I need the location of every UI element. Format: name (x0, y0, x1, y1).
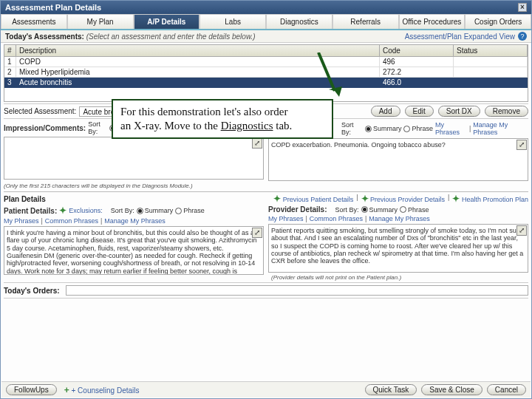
divider (4, 191, 528, 192)
todays-orders-row: Today's Orders: (4, 282, 528, 299)
col-num[interactable]: # (4, 45, 16, 56)
provider-sort-phrase[interactable]: Phrase (400, 206, 429, 214)
diffdx-sort-summary[interactable]: Summary (365, 125, 402, 132)
diffdx-manage-phrases-link[interactable]: Manage My Phrases (473, 121, 528, 136)
remove-button[interactable]: Remove (485, 106, 528, 117)
provider-my-phrases-link[interactable]: My Phrases (268, 215, 304, 222)
table-row[interactable]: 1 COPD 496 (4, 57, 528, 67)
todays-orders-field[interactable] (66, 285, 528, 296)
col-code[interactable]: Code (380, 45, 454, 56)
tab-office-procedures[interactable]: Office Procedures (399, 14, 466, 29)
patient-sort-phrase[interactable]: Phrase (175, 207, 205, 214)
patient-my-phrases-link[interactable]: My Phrases (4, 217, 39, 225)
edit-button[interactable]: Edit (405, 106, 434, 117)
expand-icon[interactable]: ⤢ (516, 140, 527, 150)
counseling-details-link[interactable]: + + Counseling Details (64, 385, 140, 395)
sort-dx-button[interactable]: Sort DX (438, 106, 480, 117)
expand-icon[interactable]: ⤢ (516, 225, 527, 236)
diagnosis-char-limit-note: (Only the first 215 characters will be d… (1, 183, 531, 189)
todays-orders-label: Today's Orders: (4, 287, 60, 295)
titlebar: Assessment Plan Details × (1, 1, 531, 14)
table-row[interactable]: 2 Mixed Hyperlipidemia 272.2 (4, 67, 528, 78)
svg-line-0 (318, 52, 335, 91)
todays-assessments-hint: (Select an assessment and enter the deta… (86, 33, 256, 41)
close-icon[interactable]: × (518, 3, 527, 12)
expanded-view-link[interactable]: Assessment/Plan Expanded View (405, 33, 515, 41)
expand-icon[interactable]: ⤢ (252, 228, 262, 238)
expand-icon[interactable]: ⤢ (252, 138, 262, 149)
patient-manage-phrases-link[interactable]: Manage My Phrases (104, 217, 166, 225)
window-title: Assessment Plan Details (5, 3, 101, 12)
provider-details-label: Provider Details: (268, 205, 327, 214)
add-button[interactable]: Add (371, 106, 400, 117)
col-status[interactable]: Status (454, 45, 528, 56)
health-promotion-link[interactable]: ✦ Health Promotion Plan (452, 194, 528, 204)
provider-footnote: (Provider details will not print on the … (268, 274, 528, 281)
patient-common-phrases-link[interactable]: Common Phrases (45, 217, 98, 225)
diffdx-my-phrases-link[interactable]: My Phrases (435, 121, 467, 136)
exclusions-link[interactable]: Exclusions: (69, 207, 103, 214)
diffdx-sort-phrase[interactable]: Phrase (403, 125, 433, 132)
diffdx-textarea[interactable]: COPD exacerbation. Pneumonia. Ongoing to… (268, 138, 528, 181)
tab-ap-details[interactable]: A/P Details (134, 14, 200, 29)
todays-assessments-label: Today's Assessments: (5, 33, 84, 41)
quick-task-button[interactable]: Quick Task (365, 384, 417, 395)
grid-header: # Description Code Status (4, 45, 528, 57)
provider-common-phrases-link[interactable]: Common Phrases (310, 215, 363, 222)
prev-provider-details-link[interactable]: ✦ Previous Provider Details (361, 194, 446, 204)
bottom-toolbar: FollowUps + + Counseling Details Quick T… (1, 381, 531, 398)
save-close-button[interactable]: Save & Close (421, 384, 482, 395)
followups-button[interactable]: FollowUps (6, 384, 57, 395)
patient-details-label: Patient Details: (4, 207, 57, 215)
help-icon[interactable]: ? (518, 32, 527, 41)
assessments-header-bar: Today's Assessments: (Select an assessme… (1, 30, 531, 43)
tab-my-plan[interactable]: My Plan (67, 14, 134, 29)
cancel-button[interactable]: Cancel (487, 384, 526, 395)
tab-assessments[interactable]: Assessments (1, 14, 67, 29)
assessments-grid: # Description Code Status 1 COPD 496 2 M… (4, 44, 528, 102)
plan-details-heading: Plan Details (4, 195, 46, 203)
provider-details-textarea[interactable]: Patient reports quitting smoking, but sm… (268, 224, 528, 273)
tab-diagnostics[interactable]: Diagnostics (266, 14, 332, 29)
patient-details-textarea[interactable]: I think you're having a minor bout of br… (4, 226, 264, 275)
selected-assessment-label: Selected Assessment: (4, 107, 76, 115)
patient-sort-summary[interactable]: Summary (137, 207, 174, 214)
tab-referrals[interactable]: Referrals (332, 14, 399, 29)
prev-patient-details-link[interactable]: ✦ Previous Patient Details (273, 194, 353, 204)
impression-textarea[interactable]: ⤢ (4, 137, 264, 180)
provider-sort-summary[interactable]: Summary (361, 206, 398, 214)
impression-label: Impression/Comments: (4, 124, 86, 132)
annotation-callout: For this demonstration let's also order … (112, 99, 333, 139)
tab-strip: Assessments My Plan A/P Details Labs Dia… (1, 14, 531, 30)
tab-cosign-orders[interactable]: Cosign Orders (465, 14, 531, 29)
provider-manage-phrases-link[interactable]: Manage My Phrases (369, 215, 430, 222)
tab-labs[interactable]: Labs (200, 14, 266, 29)
svg-marker-1 (329, 86, 342, 97)
table-row-selected[interactable]: 3 Acute bronchitis 466.0 (4, 78, 528, 88)
annotation-arrow (304, 52, 348, 104)
